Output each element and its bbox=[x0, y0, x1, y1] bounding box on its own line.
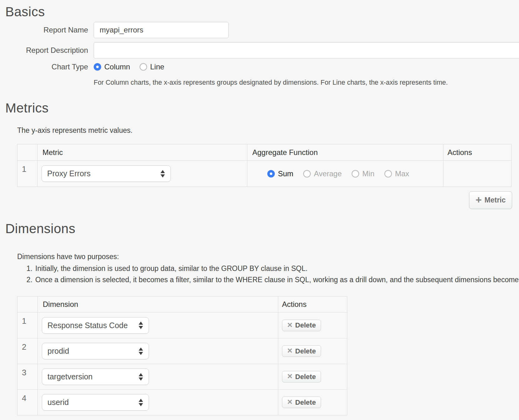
report-name-row: Report Name bbox=[0, 22, 229, 38]
metrics-header-metric-label: Metric bbox=[37, 148, 63, 157]
aggregate-option-average[interactable]: Average bbox=[303, 169, 342, 178]
metrics-header-actions-label: Actions bbox=[443, 148, 472, 157]
chart-type-help-text: For Column charts, the x-axis represents… bbox=[94, 79, 448, 87]
chart-type-option-line-label: Line bbox=[150, 62, 164, 71]
chart-type-option-column[interactable]: Column bbox=[94, 62, 130, 71]
aggregate-option-max-label: Max bbox=[395, 169, 409, 178]
select-arrows-icon bbox=[139, 348, 143, 355]
chart-type-option-line[interactable]: Line bbox=[140, 62, 164, 71]
radio-unselected-icon bbox=[384, 170, 392, 178]
select-arrows-icon bbox=[161, 170, 165, 178]
dimensions-purpose-item-1: 1. Initially, the dimension is used to g… bbox=[0, 264, 308, 273]
radio-unselected-icon bbox=[303, 170, 311, 178]
dimension-row-actions-cell: × Delete bbox=[278, 312, 348, 338]
list-item-text: Initially, the dimension is used to grou… bbox=[35, 264, 308, 273]
dimensions-header-actions-cell: Actions bbox=[278, 297, 348, 312]
dimension-row-index: 1 bbox=[17, 312, 26, 326]
x-icon: × bbox=[287, 398, 292, 406]
metrics-header-index-cell bbox=[17, 144, 37, 161]
aggregate-option-sum-label: Sum bbox=[278, 169, 293, 178]
dimension-select-1[interactable]: Response Status Code bbox=[42, 317, 149, 334]
dimension-select-3[interactable]: targetversion bbox=[42, 368, 149, 385]
dimension-select-value: prodid bbox=[47, 347, 69, 356]
metrics-header-aggregate-label: Aggregate Function bbox=[247, 148, 318, 157]
dimensions-table: Dimension Actions 1 Response Status Code… bbox=[17, 296, 347, 415]
select-arrows-icon bbox=[139, 373, 143, 381]
dimension-select-value: Response Status Code bbox=[47, 321, 128, 330]
select-arrows-icon bbox=[139, 399, 143, 406]
dimensions-purpose-item-2: 2. Once a dimension is selected, it beco… bbox=[0, 276, 519, 284]
chart-type-label: Chart Type bbox=[0, 62, 88, 71]
delete-button-label: Delete bbox=[295, 373, 316, 381]
x-icon: × bbox=[287, 372, 292, 381]
dimension-row-index: 3 bbox=[17, 364, 26, 378]
metric-row-index-cell: 1 bbox=[17, 161, 37, 187]
aggregate-option-max[interactable]: Max bbox=[384, 169, 409, 178]
dimension-row-select-cell: targetversion bbox=[37, 364, 278, 389]
dimension-row-select-cell: prodid bbox=[37, 338, 278, 364]
select-arrows-icon bbox=[139, 322, 143, 329]
report-description-label: Report Description bbox=[0, 46, 88, 55]
metric-row-actions-cell bbox=[443, 161, 512, 187]
dimension-row-4: 4 userid × Delete bbox=[17, 389, 347, 415]
chart-type-row: Chart Type Column Line bbox=[0, 62, 164, 71]
chart-type-option-column-label: Column bbox=[104, 62, 130, 71]
metrics-table-header-row: Metric Aggregate Function Actions bbox=[17, 144, 511, 161]
dimension-row-index: 4 bbox=[17, 390, 26, 403]
dimension-row-index-cell: 1 bbox=[17, 312, 37, 338]
metrics-header-actions-cell: Actions bbox=[443, 144, 512, 161]
aggregate-option-min[interactable]: Min bbox=[352, 169, 374, 178]
dimension-select-value: targetversion bbox=[47, 372, 93, 381]
metrics-table-row: 1 Proxy Errors Sum Average bbox=[17, 161, 511, 187]
radio-unselected-icon bbox=[352, 170, 359, 178]
metric-select-value: Proxy Errors bbox=[47, 169, 91, 178]
dimensions-table-header-row: Dimension Actions bbox=[17, 297, 347, 312]
aggregate-option-sum[interactable]: Sum bbox=[267, 169, 293, 178]
add-metric-button-label: Metric bbox=[485, 196, 506, 204]
dimension-row-index: 2 bbox=[17, 338, 26, 352]
basics-section-title: Basics bbox=[5, 4, 45, 19]
delete-button-label: Delete bbox=[295, 347, 316, 355]
report-name-label: Report Name bbox=[0, 26, 88, 34]
delete-dimension-button-1[interactable]: × Delete bbox=[282, 320, 321, 331]
dimension-select-2[interactable]: prodid bbox=[42, 343, 149, 359]
metrics-table: Metric Aggregate Function Actions 1 Prox… bbox=[17, 144, 512, 187]
list-item-number: 2. bbox=[0, 276, 32, 284]
dimension-select-value: userid bbox=[47, 398, 69, 407]
dimension-row-1: 1 Response Status Code × Delete bbox=[17, 312, 347, 338]
list-item-text: Once a dimension is selected, it becomes… bbox=[35, 276, 519, 284]
delete-dimension-button-2[interactable]: × Delete bbox=[282, 345, 321, 357]
dimension-row-actions-cell: × Delete bbox=[278, 338, 348, 364]
report-builder-page: Basics Report Name Report Description Ch… bbox=[0, 0, 519, 420]
metric-row-index: 1 bbox=[17, 161, 26, 174]
metrics-description: The y-axis represents metric values. bbox=[17, 126, 132, 135]
dimension-row-actions-cell: × Delete bbox=[278, 389, 348, 415]
add-metric-button[interactable]: + Metric bbox=[469, 191, 512, 209]
list-item-number: 1. bbox=[0, 264, 32, 273]
radio-selected-icon bbox=[94, 63, 101, 71]
delete-dimension-button-4[interactable]: × Delete bbox=[282, 397, 321, 408]
dimensions-header-index-cell bbox=[17, 297, 37, 312]
dimension-row-3: 3 targetversion × Delete bbox=[17, 364, 347, 389]
radio-unselected-icon bbox=[140, 63, 147, 71]
dimension-row-actions-cell: × Delete bbox=[278, 364, 348, 389]
plus-icon: + bbox=[476, 194, 482, 205]
dimensions-header-dimension-label: Dimension bbox=[38, 300, 78, 309]
dimension-select-4[interactable]: userid bbox=[42, 394, 149, 411]
aggregate-option-average-label: Average bbox=[314, 169, 342, 178]
delete-button-label: Delete bbox=[295, 321, 316, 329]
delete-button-label: Delete bbox=[295, 398, 316, 407]
dimension-row-select-cell: userid bbox=[37, 389, 278, 415]
radio-selected-icon bbox=[267, 170, 275, 178]
report-description-row: Report Description bbox=[0, 42, 519, 58]
dimension-row-2: 2 prodid × Delete bbox=[17, 338, 347, 364]
metric-select[interactable]: Proxy Errors bbox=[42, 165, 171, 182]
dimensions-header-dimension-cell: Dimension bbox=[37, 297, 278, 312]
dimensions-section-title: Dimensions bbox=[5, 221, 75, 236]
report-name-input[interactable] bbox=[94, 22, 229, 38]
delete-dimension-button-3[interactable]: × Delete bbox=[282, 371, 321, 382]
report-description-input[interactable] bbox=[94, 42, 519, 58]
metrics-header-metric-cell: Metric bbox=[37, 144, 247, 161]
metrics-header-aggregate-cell: Aggregate Function bbox=[247, 144, 443, 161]
x-icon: × bbox=[287, 346, 292, 355]
